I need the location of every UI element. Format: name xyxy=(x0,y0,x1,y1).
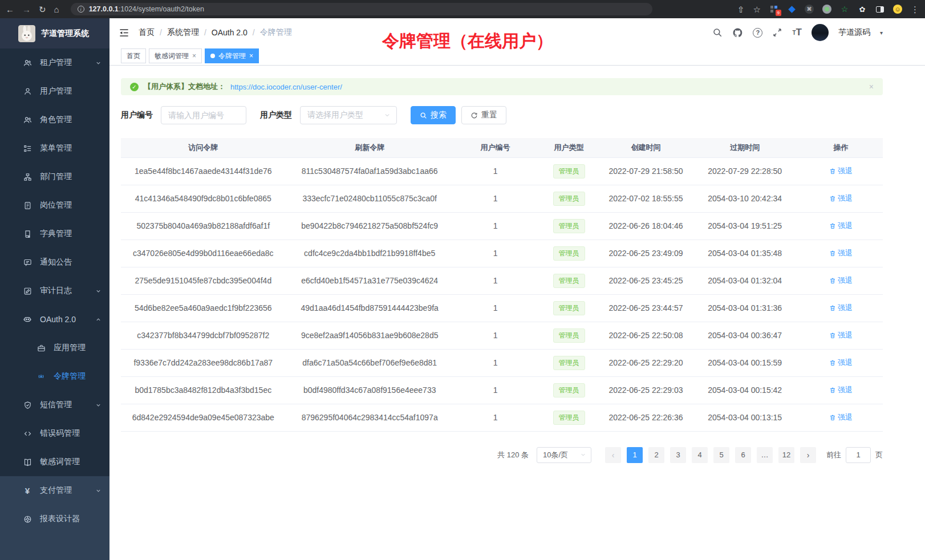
page-button-5[interactable]: 5 xyxy=(713,447,729,463)
table-row: b0d1785bc3a8482f812db4a3f3bd15ec b0df498… xyxy=(121,376,883,404)
table-row: c347026e805e4d99b0d116eae66eda8c cdfc4ce… xyxy=(121,240,883,267)
user-id-input[interactable] xyxy=(161,106,246,124)
sidebar-item-dict[interactable]: 字典管理 xyxy=(0,220,109,248)
extension-flower-icon[interactable]: ✿ xyxy=(858,5,867,14)
force-logout-button[interactable]: 强退 xyxy=(829,166,853,176)
sidebar-item-report-designer[interactable]: 报表设计器 xyxy=(0,505,109,533)
yen-icon: ¥ xyxy=(23,486,32,495)
user-name[interactable]: 芋道源码 xyxy=(838,27,870,38)
page-button-2[interactable]: 2 xyxy=(648,447,664,463)
logo-area[interactable]: 芋道管理系统 xyxy=(0,18,109,48)
sidebar-item-menu[interactable]: 菜单管理 xyxy=(0,134,109,163)
refresh-token-cell: 333ecfc71e02480cb11055c875c3ca0f xyxy=(286,185,454,212)
extension-star-icon[interactable]: ☆ xyxy=(840,5,849,14)
prev-page-button[interactable]: ‹ xyxy=(605,447,621,463)
home-icon[interactable]: ⌂ xyxy=(54,5,59,14)
tab-token[interactable]: 令牌管理× xyxy=(205,48,259,63)
extension-record-icon[interactable] xyxy=(822,5,831,14)
sidebar-item-role[interactable]: 角色管理 xyxy=(0,105,109,134)
sidebar-item-dept[interactable]: 部门管理 xyxy=(0,163,109,191)
refresh-token-cell: 811c530487574fa0af1a59d3abc1aa66 xyxy=(286,157,454,185)
force-logout-button[interactable]: 强退 xyxy=(829,275,853,286)
goto-page-input[interactable] xyxy=(846,447,871,463)
chevron-down-icon xyxy=(95,60,102,66)
reset-button[interactable]: 重置 xyxy=(461,106,506,124)
doc-link[interactable]: https://doc.iocoder.cn/user-center/ xyxy=(230,83,342,91)
col-actions: 操作 xyxy=(799,138,883,157)
shield-check-icon xyxy=(23,400,32,409)
tab-sensitive-word[interactable]: 敏感词管理× xyxy=(149,48,202,63)
sidebar-item-label: 租户管理 xyxy=(40,58,72,68)
force-logout-button[interactable]: 强退 xyxy=(829,358,853,368)
user-type-cell: 管理员 xyxy=(537,212,601,240)
close-icon[interactable]: × xyxy=(192,52,196,60)
breadcrumb-system[interactable]: 系统管理 xyxy=(167,27,199,38)
force-logout-button[interactable]: 强退 xyxy=(829,412,853,423)
page-ellipsis[interactable]: … xyxy=(757,447,773,463)
page-size-select[interactable]: 10条/页 xyxy=(537,447,591,463)
breadcrumb-oauth2[interactable]: OAuth 2.0 xyxy=(212,28,248,37)
reload-icon[interactable]: ↻ xyxy=(39,5,46,14)
close-icon[interactable]: × xyxy=(249,52,253,60)
user-id-cell: 1 xyxy=(454,212,537,240)
sidebar-item-sms[interactable]: 短信管理 xyxy=(0,391,109,419)
sidebar-item-sensitive-word[interactable]: 敏感词管理 xyxy=(0,448,109,476)
user-type-select[interactable]: 请选择用户类型 xyxy=(300,106,397,124)
sidebar-item-token[interactable]: 令牌管理 xyxy=(0,362,109,391)
sidebar-item-post[interactable]: 岗位管理 xyxy=(0,191,109,220)
bookmark-star-icon[interactable]: ☆ xyxy=(753,5,761,14)
extension-gem-icon[interactable] xyxy=(787,5,796,14)
create-time-cell: 2022-06-25 23:49:09 xyxy=(601,240,691,267)
browser-chrome: ← → ↻ ⌂ i 127.0.0.1:1024/system/oauth2/t… xyxy=(0,0,925,18)
page-button-6[interactable]: 6 xyxy=(735,447,751,463)
search-button[interactable]: 搜索 xyxy=(411,106,456,124)
side-panel-icon[interactable] xyxy=(875,5,885,14)
address-bar[interactable]: i 127.0.0.1:1024/system/oauth2/token xyxy=(71,3,652,15)
create-time-cell: 2022-06-25 23:45:25 xyxy=(601,267,691,294)
search-icon[interactable] xyxy=(712,27,723,38)
page-button-12[interactable]: 12 xyxy=(778,447,794,463)
force-logout-button[interactable]: 强退 xyxy=(829,303,853,313)
share-icon[interactable]: ⇧ xyxy=(737,5,745,14)
extension-grid-icon[interactable]: 9 xyxy=(769,5,778,14)
next-page-button[interactable]: › xyxy=(800,447,816,463)
avatar[interactable] xyxy=(812,24,829,41)
sidebar-item-oauth-apps[interactable]: 应用管理 xyxy=(0,334,109,362)
signal-icon xyxy=(36,372,46,381)
sidebar-item-payment[interactable]: ¥ 支付管理 xyxy=(0,476,109,505)
profile-emoji-icon[interactable]: ☺ xyxy=(893,5,902,14)
site-info-icon[interactable]: i xyxy=(78,6,84,13)
sidebar-item-tenant[interactable]: 租户管理 xyxy=(0,48,109,77)
browser-menu-icon[interactable]: ⋮ xyxy=(911,5,919,14)
force-logout-button[interactable]: 强退 xyxy=(829,385,853,395)
forward-icon[interactable]: → xyxy=(22,5,31,14)
back-icon[interactable]: ← xyxy=(6,5,14,14)
font-size-icon[interactable]: TT xyxy=(792,27,802,38)
help-icon[interactable]: ? xyxy=(753,28,762,38)
sidebar-item-label: 菜单管理 xyxy=(40,143,72,153)
user-id-cell: 1 xyxy=(454,294,537,322)
sidebar-item-oauth2[interactable]: OAuth 2.0 xyxy=(0,305,109,334)
user-caret-icon[interactable]: ▾ xyxy=(880,30,883,36)
sidebar-item-notice[interactable]: 通知公告 xyxy=(0,248,109,277)
user-id-cell: 1 xyxy=(454,349,537,376)
breadcrumb-home[interactable]: 首页 xyxy=(139,27,155,38)
page-button-4[interactable]: 4 xyxy=(692,447,708,463)
access-token-cell: f9336e7c7dd242a283ee98dc86b17a87 xyxy=(121,349,286,376)
force-logout-button[interactable]: 强退 xyxy=(829,221,853,231)
sidebar-item-user[interactable]: 用户管理 xyxy=(0,77,109,105)
force-logout-button[interactable]: 强退 xyxy=(829,248,853,258)
force-logout-button[interactable]: 强退 xyxy=(829,330,853,340)
sidebar-item-audit-log[interactable]: 审计日志 xyxy=(0,277,109,305)
page-button-1[interactable]: 1 xyxy=(627,447,643,463)
page-button-3[interactable]: 3 xyxy=(670,447,686,463)
force-logout-button[interactable]: 强退 xyxy=(829,193,853,204)
alert-close-icon[interactable]: × xyxy=(869,82,874,91)
tab-home[interactable]: 首页 xyxy=(121,48,146,63)
extension-command-icon[interactable]: ⌘ xyxy=(805,5,814,14)
github-icon[interactable] xyxy=(732,27,743,38)
fullscreen-icon[interactable] xyxy=(772,27,782,38)
sidebar-item-error-code[interactable]: 错误码管理 xyxy=(0,419,109,448)
sidebar-fold-icon[interactable] xyxy=(119,27,129,38)
app-title: 芋道管理系统 xyxy=(41,29,89,39)
